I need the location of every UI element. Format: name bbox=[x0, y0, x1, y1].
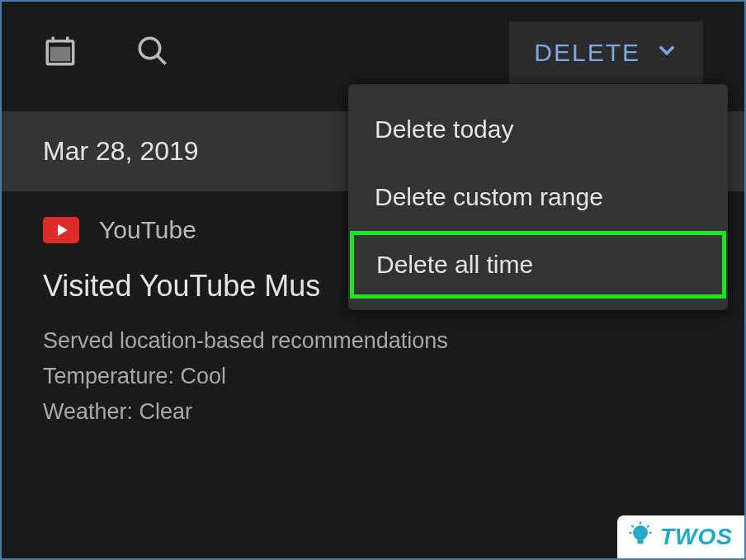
calendar-icon[interactable] bbox=[43, 34, 78, 72]
lightbulb-icon bbox=[626, 520, 655, 553]
chevron-down-icon bbox=[655, 38, 678, 67]
svg-line-12 bbox=[647, 525, 649, 527]
youtube-icon bbox=[43, 217, 79, 243]
svg-rect-1 bbox=[52, 48, 69, 59]
svg-line-11 bbox=[632, 525, 634, 527]
delete-button[interactable]: DELETE bbox=[509, 21, 703, 83]
dropdown-item-delete-all-time[interactable]: Delete all time bbox=[350, 231, 726, 299]
svg-point-4 bbox=[139, 38, 160, 59]
search-icon[interactable] bbox=[135, 34, 170, 72]
delete-button-label: DELETE bbox=[534, 39, 640, 67]
svg-rect-7 bbox=[637, 539, 644, 544]
activity-detail-weather: Weather: Clear bbox=[43, 394, 703, 430]
activity-detail-temperature: Temperature: Cool bbox=[43, 359, 703, 394]
activity-source-label: YouTube bbox=[99, 216, 196, 244]
activity-detail-recs: Served location-based recommendations bbox=[43, 323, 703, 359]
watermark-text: TWOS bbox=[660, 524, 733, 550]
dropdown-item-delete-today[interactable]: Delete today bbox=[348, 96, 728, 163]
svg-line-5 bbox=[157, 55, 166, 64]
watermark: TWOS bbox=[617, 515, 744, 558]
svg-point-6 bbox=[633, 525, 648, 540]
dropdown-item-delete-custom-range[interactable]: Delete custom range bbox=[348, 163, 728, 231]
delete-dropdown: Delete today Delete custom range Delete … bbox=[348, 84, 728, 310]
